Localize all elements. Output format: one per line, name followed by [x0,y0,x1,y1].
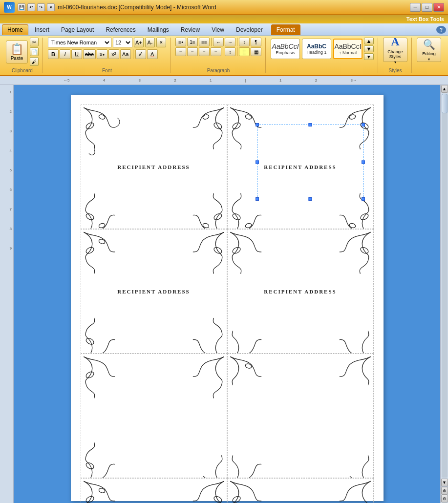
copy-btn[interactable]: 📄 [30,47,39,56]
label-cell-8[interactable]: RECIPIENT ADDRESS [227,478,374,503]
restore-btn[interactable]: □ [422,3,432,12]
bold-btn[interactable]: B [48,49,59,59]
undo-quick-btn[interactable]: ↶ [27,3,35,11]
ribbon-body: 📋 Paste ✂ 📄 🖌 Clipboard Times New Roman [0,36,448,75]
help-btn[interactable]: ? [436,26,446,34]
format-painter-btn[interactable]: 🖌 [30,57,39,66]
editing-group: 🔍 Editing ▾ [415,38,445,73]
align-right-btn[interactable]: ≡ [199,47,210,56]
font-divider [133,49,133,59]
clipboard-content: 📋 Paste ✂ 📄 🖌 [6,38,39,66]
label-cell-3[interactable]: RECIPIENT ADDRESS [81,229,227,354]
font-size-select[interactable]: 12 [113,38,132,47]
italic-btn[interactable]: I [60,49,70,59]
tab-references[interactable]: References [100,24,141,35]
label-text-3: RECIPIENT ADDRESS [117,289,190,294]
numbering-btn[interactable]: 1≡ [187,38,198,46]
document-page: RECIPIENT ADDRESS [71,95,384,501]
border-btn[interactable]: ▦ [251,47,261,56]
align-left-btn[interactable]: ≡ [175,47,186,56]
align-center-btn[interactable]: ≡ [187,47,198,56]
handle-tr [362,123,365,126]
flourish-svg-6 [228,354,373,478]
superscript-btn[interactable]: x² [108,49,119,59]
label-cell-5[interactable] [81,354,227,478]
paste-icon: 📋 [10,43,23,56]
scroll-track[interactable] [442,94,448,478]
font-color-btn[interactable]: A [147,49,158,59]
scroll-up-btn[interactable]: ▲ [441,85,448,93]
shading-btn[interactable]: ░ [239,47,250,56]
svg-point-29 [232,495,241,503]
font-family-select[interactable]: Times New Roman [48,38,111,47]
change-styles-icon: A [391,35,399,48]
app-logo: Home W [4,2,15,13]
outdent-btn[interactable]: ← [213,38,224,46]
styles-down-btn[interactable]: ▼ [364,45,374,52]
main-content-area: 1 2 3 4 5 6 7 8 9 [0,85,448,503]
close-btn[interactable]: ✕ [433,3,444,12]
change-styles-group: A Change Styles ▾ Styles [381,38,412,73]
cut-btn[interactable]: ✂ [30,38,39,46]
handle-bl [256,197,259,201]
ruler-mark-9: 9 [0,246,13,266]
tab-review[interactable]: Review [175,24,205,35]
scroll-down-btn[interactable]: ▼ [441,479,448,486]
label-cell-7[interactable]: RECIPIENT ADDRESS [81,478,227,503]
sort-btn[interactable]: ↕ [239,38,250,46]
font-controls: Times New Roman 12 A+ A- ✕ B I U abc x₂ … [48,38,166,59]
tab-page-layout[interactable]: Page Layout [56,24,99,35]
svg-point-26 [98,487,106,493]
para-row2: ≡ ≡ ≡ ≡ ↕ ░ ▦ [175,47,261,56]
svg-point-25 [85,495,95,503]
emphasis-style-btn[interactable]: AaBbCcI Emphasis [271,39,300,59]
more-quick-btn[interactable]: ▾ [47,3,55,11]
window-title: ml-0600-flourishes.doc [Compatibility Mo… [58,4,216,11]
emphasis-style-preview: AaBbCcI [272,42,299,50]
editing-btn[interactable]: 🔍 Editing ▾ [417,38,441,62]
change-styles-btn[interactable]: A Change Styles ▾ [383,38,407,62]
heading1-style-btn[interactable]: AaBbC Heading 1 [302,39,331,59]
tab-mailings[interactable]: Mailings [142,24,174,35]
label-cell-6[interactable] [227,354,374,478]
normal-style-btn[interactable]: AaBbCcI ↑ Normal [333,39,363,59]
emphasis-style-label: Emphasis [276,50,295,55]
styles-up-btn[interactable]: ▲ [364,38,374,44]
styles-more-btn[interactable]: ▾ [364,53,374,60]
multilevel-btn[interactable]: ≡≡ [199,38,210,46]
ruler-mark: 2 [174,78,176,83]
heading1-style-label: Heading 1 [306,50,326,55]
bullets-btn[interactable]: ≡• [175,38,186,46]
decrease-font-btn[interactable]: A- [145,38,155,47]
label-cell-2[interactable]: RECIPIENT ADDRESS [227,105,374,229]
increase-font-btn[interactable]: A+ [134,38,144,47]
tab-home[interactable]: Home [2,24,28,35]
tab-developer[interactable]: Developer [231,24,268,35]
underline-btn[interactable]: U [71,49,82,59]
title-bar-left: Home W 💾 ↶ ↷ ▾ ml-0600-flourishes.doc [C… [4,2,216,13]
tab-insert[interactable]: Insert [29,24,55,35]
redo-quick-btn[interactable]: ↷ [37,3,45,11]
highlight-btn[interactable]: 🖊 [135,49,146,59]
label-cell-4[interactable]: RECIPIENT ADDRESS [227,229,374,354]
zoom-in-scroll-btn[interactable]: ⊕ [441,487,448,495]
label-cell-1[interactable]: RECIPIENT ADDRESS [81,105,227,229]
line-spacing-btn[interactable]: ↕ [225,47,235,56]
zoom-out-scroll-btn[interactable]: ⊖ [441,495,448,503]
scroll-thumb[interactable] [442,94,448,113]
minimize-btn[interactable]: ─ [410,3,421,12]
tab-view[interactable]: View [206,24,230,35]
normal-style-preview: AaBbCcI [334,42,361,50]
tab-format[interactable]: Format [271,24,300,35]
indent-btn[interactable]: → [225,38,235,46]
ruler-mark: 4 [103,78,105,83]
subscript-btn[interactable]: x₂ [97,49,107,59]
justify-btn[interactable]: ≡ [211,47,221,56]
case-btn[interactable]: Aa [120,49,131,59]
showhide-btn[interactable]: ¶ [251,38,261,46]
svg-point-21 [359,246,369,255]
strikethrough-btn[interactable]: abc [83,49,96,59]
clear-format-btn[interactable]: ✕ [156,38,166,47]
save-quick-btn[interactable]: 💾 [18,3,25,11]
paste-button[interactable]: 📋 Paste [6,41,28,63]
